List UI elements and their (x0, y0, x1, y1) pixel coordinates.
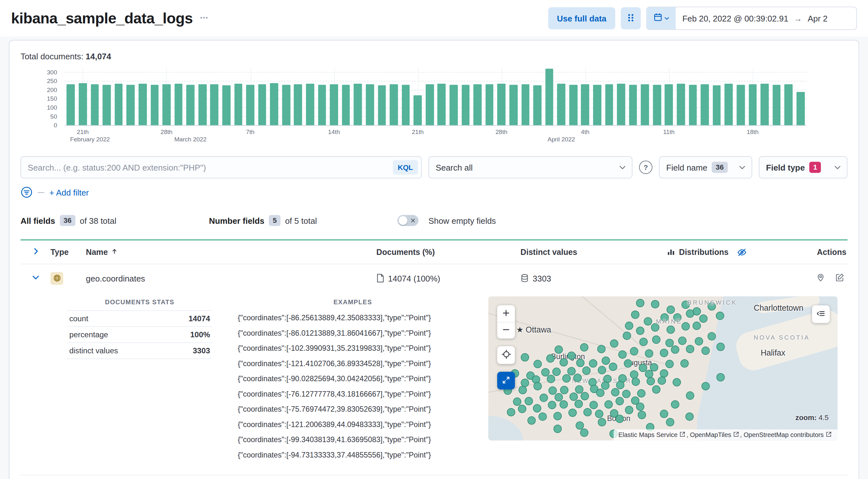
chevron-right-icon (31, 247, 40, 257)
expand-all-button[interactable] (29, 245, 42, 259)
map-point (583, 366, 591, 375)
stats-row: percentage100% (67, 327, 212, 343)
histogram-bar (569, 85, 577, 125)
filter-divider (38, 192, 44, 193)
map-point (625, 322, 633, 330)
kql-badge[interactable]: KQL (393, 160, 418, 174)
page-title: kibana_sample_data_logs (11, 10, 193, 27)
grid-dots-button[interactable] (621, 7, 641, 29)
map-point (567, 367, 576, 376)
map-point (701, 346, 710, 355)
map-legend-button[interactable] (812, 305, 830, 323)
attribution-link[interactable]: OpenMapTiles (690, 432, 740, 438)
date-range-start[interactable]: Feb 20, 2022 @ 00:39:02.91 (682, 13, 788, 23)
map-point (518, 405, 526, 413)
map-point (680, 359, 689, 368)
map-point (575, 400, 583, 408)
toggle-knob (398, 216, 407, 225)
calendar-dropdown-button[interactable] (647, 7, 676, 29)
histogram-bar (605, 84, 613, 125)
example-value: {"coordinates":[-102.3990931,35.23199833… (238, 341, 468, 356)
map-point (644, 317, 652, 325)
field-name-label: Field name (666, 163, 707, 172)
edit-field-button[interactable] (835, 272, 845, 285)
map-point (524, 397, 533, 405)
map-point (673, 378, 681, 386)
map-point (559, 400, 568, 409)
attribution-link[interactable]: OpenStreetMap contributors (744, 432, 832, 438)
field-name-filter[interactable]: Field name 36 (659, 156, 752, 178)
x-tick-label: 4th (581, 129, 589, 135)
map-point (609, 362, 617, 371)
search-input[interactable] (21, 156, 422, 178)
data-visualizer-panel: Total documents: 14,074 3002502001501005… (9, 40, 859, 479)
map-point (581, 392, 589, 401)
map-point (559, 358, 568, 366)
show-empty-fields-label: Show empty fields (429, 216, 496, 225)
map-point (665, 418, 674, 426)
example-value: {"coordinates":[-76.12777778,43.18166667… (238, 386, 468, 402)
map-point (666, 326, 675, 334)
histogram-bar (354, 84, 362, 125)
map-point (671, 401, 679, 409)
document-icon (376, 274, 384, 283)
external-link-icon (680, 432, 685, 437)
help-icon[interactable]: ? (639, 161, 652, 174)
map-zoom-in-button[interactable] (497, 305, 515, 322)
histogram-bar (641, 84, 649, 125)
histogram-bar (629, 85, 637, 125)
field-name[interactable]: geo.coordinates (86, 274, 376, 283)
eye-slash-icon[interactable] (738, 248, 747, 257)
map-expand-button[interactable] (497, 372, 515, 389)
edit-icon (836, 273, 844, 283)
map-point (636, 299, 644, 307)
histogram-bar (186, 85, 194, 125)
x-tick-label: 11th (663, 129, 675, 135)
search-all-select[interactable]: Search all (429, 156, 632, 178)
search-input-wrap: KQL (21, 156, 422, 178)
map-point (589, 359, 597, 368)
histogram-bar (150, 85, 158, 125)
map-fit-data-button[interactable] (497, 346, 515, 364)
histogram-bar (258, 84, 266, 125)
show-empty-fields-toggle[interactable] (397, 215, 418, 226)
field-type-label: Field type (766, 163, 805, 172)
map-point (601, 382, 610, 390)
histogram-bar (270, 83, 278, 125)
histogram-bar (462, 85, 470, 125)
map-point (708, 332, 716, 340)
x-tick-label: 18th (747, 129, 758, 135)
map-zoom-out-button[interactable] (497, 322, 515, 339)
plus-icon (502, 309, 510, 318)
total-documents-value: 14,074 (86, 52, 111, 61)
explore-in-maps-button[interactable] (815, 272, 826, 285)
histogram-bar (127, 85, 135, 125)
attribution-link[interactable]: Elastic Maps Service (618, 432, 686, 438)
histogram-bar (617, 84, 625, 125)
date-range-end[interactable]: Apr 2 (808, 13, 828, 23)
histogram-bar (162, 84, 170, 125)
title-options-button[interactable] (198, 12, 210, 25)
map-point (686, 309, 694, 318)
use-full-data-button[interactable]: Use full data (548, 7, 615, 29)
coordinates-map[interactable]: ★ OttawaBurlingtonAugustaBostonNEW HAMPS… (488, 296, 838, 440)
column-name-sort[interactable]: Name (86, 248, 376, 256)
add-filter-link[interactable]: + Add filter (50, 188, 89, 197)
histogram-bar (593, 85, 601, 125)
histogram-bar (485, 84, 493, 125)
histogram-bar (713, 85, 721, 125)
filter-icon[interactable] (21, 186, 33, 198)
collapse-row-button[interactable] (29, 271, 42, 285)
histogram-bar (294, 84, 302, 125)
column-type: Type (50, 248, 86, 256)
histogram-bar (366, 84, 374, 125)
histogram-bar (557, 84, 565, 125)
crosshair-icon (501, 349, 511, 361)
map-label-brunswick: BRUNSWICK (687, 299, 737, 306)
y-tick-label: 0 (54, 122, 57, 129)
map-point (573, 374, 582, 382)
map-point (534, 360, 542, 368)
field-type-filter[interactable]: Field type 1 (759, 156, 847, 178)
map-point (534, 382, 542, 390)
map-point (701, 382, 710, 390)
